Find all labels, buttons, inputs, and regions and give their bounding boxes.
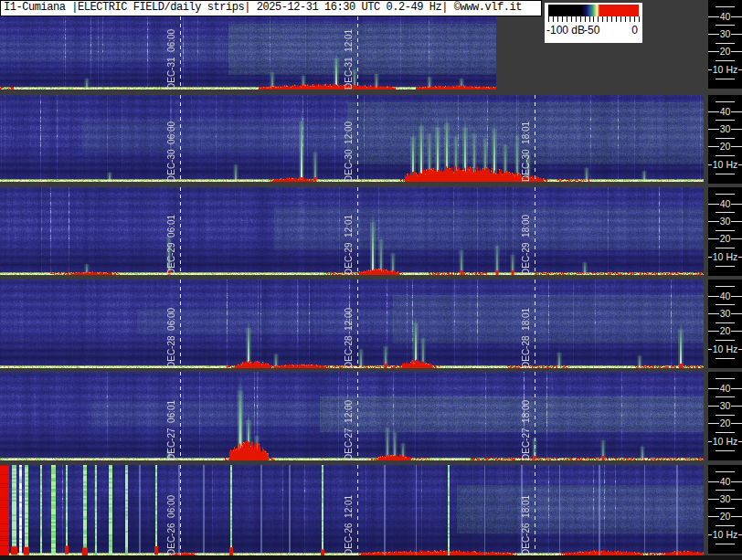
frequency-axis-dec-30: 40302010 Hz — [708, 95, 742, 184]
spectrogram-strip-dec-29: DEC-29 06:01DEC-29 12:01DEC-29 18:00 — [0, 187, 704, 275]
freq-major-tick: 10 Hz — [708, 63, 742, 76]
time-marker-line — [535, 372, 535, 460]
freq-tick-label: 20 — [719, 141, 732, 152]
time-marker-line — [180, 95, 181, 182]
freq-tick-label: 10 Hz — [712, 436, 738, 447]
freq-tick-label: 40 — [719, 106, 732, 117]
freq-minor-tick — [716, 415, 735, 416]
freq-minor-tick — [716, 340, 735, 341]
freq-tick-label: 30 — [719, 400, 732, 411]
freq-tick-label: 40 — [719, 11, 732, 22]
freq-major-tick: 10 Hz — [708, 528, 742, 541]
frequency-axis-dec-28: 40302010 Hz — [708, 280, 742, 368]
time-marker-label: DEC-30 18:01 — [521, 95, 533, 182]
freq-tick-label: 30 — [719, 493, 732, 504]
freq-major-tick: 20 — [708, 510, 742, 523]
freq-tick-label: 30 — [719, 216, 732, 227]
time-marker-label: DEC-26 12:01 — [344, 465, 355, 555]
freq-tick-label: 10 Hz — [712, 529, 738, 540]
freq-minor-tick — [716, 79, 735, 79]
freq-minor-tick — [716, 43, 735, 44]
title-bar: I1-Cumiana |ELECTRIC FIELD/daily strips|… — [0, 0, 542, 16]
freq-tick-label: 40 — [719, 198, 732, 209]
freq-minor-tick — [716, 378, 735, 379]
colorbar-label-mid: -50 — [584, 24, 599, 37]
freq-tick-label: 10 Hz — [712, 251, 738, 262]
freq-major-tick: 10 Hz — [708, 343, 742, 355]
freq-major-tick: 40 — [708, 10, 742, 23]
time-marker-line — [357, 95, 358, 182]
freq-tick-label: 10 Hz — [712, 159, 738, 170]
freq-major-tick: 20 — [708, 417, 742, 429]
freq-minor-tick — [716, 120, 735, 121]
freq-major-tick: 10 Hz — [708, 435, 742, 448]
freq-tick-label: 20 — [719, 417, 732, 428]
freq-major-tick: 30 — [708, 307, 742, 320]
freq-tick-label: 20 — [719, 46, 732, 57]
freq-tick-label: 30 — [719, 28, 732, 39]
time-marker-label: DEC-30 06:00 — [166, 95, 178, 182]
freq-major-tick: 40 — [708, 197, 742, 210]
time-marker-label: DEC-27 18:00 — [521, 372, 533, 460]
colorbar-label-min: -100 dB — [546, 24, 585, 37]
colorbar-ruler-ticks — [548, 16, 640, 22]
freq-tick-label: 30 — [719, 123, 732, 134]
freq-major-tick: 30 — [708, 399, 742, 412]
freq-minor-tick — [716, 194, 735, 195]
freq-major-tick: 20 — [708, 45, 742, 58]
time-marker-line — [180, 465, 181, 555]
time-marker-label: DEC-26 18:01 — [521, 465, 533, 555]
time-marker-line — [180, 16, 181, 90]
freq-minor-tick — [716, 248, 735, 248]
freq-tick-label: 20 — [719, 325, 732, 336]
freq-major-tick: 40 — [708, 105, 742, 118]
time-marker-line — [535, 95, 535, 182]
freq-major-tick: 40 — [708, 382, 742, 395]
time-marker-label: DEC-29 12:01 — [344, 187, 355, 275]
freq-major-tick: 30 — [708, 215, 742, 227]
freq-major-tick: 20 — [708, 324, 742, 337]
freq-minor-tick — [716, 60, 735, 61]
freq-tick-label: 20 — [719, 511, 732, 522]
freq-minor-tick — [716, 508, 735, 509]
freq-minor-tick — [716, 25, 735, 26]
freq-tick-label: 30 — [719, 308, 732, 319]
time-marker-line — [180, 372, 181, 460]
time-marker-label: DEC-27 06:01 — [166, 372, 178, 460]
colorbar-label-max: 0 — [631, 24, 638, 37]
freq-major-tick: 20 — [708, 140, 742, 153]
frequency-axis-dec-31: 40302010 Hz — [708, 0, 742, 89]
colorbar-legend: -100 dB -50 0 — [545, 3, 642, 43]
freq-minor-tick — [716, 450, 735, 451]
freq-minor-tick — [716, 138, 735, 139]
freq-minor-tick — [716, 432, 735, 433]
colorbar-labels: -100 dB -50 0 — [545, 24, 642, 40]
freq-tick-label: 10 Hz — [712, 343, 738, 354]
freq-minor-tick — [716, 286, 735, 287]
time-marker-label: DEC-28 12:00 — [344, 280, 355, 368]
spectrogram-strip-dec-28: DEC-28 06:00DEC-28 12:00DEC-28 18:01 — [0, 280, 704, 368]
spectrogram-strip-dec-31: DEC-31 06:00DEC-31 12:01 — [0, 16, 496, 90]
time-marker-label: DEC-28 06:00 — [166, 280, 178, 368]
time-marker-label: DEC-26 06:00 — [166, 465, 178, 555]
freq-minor-tick — [716, 101, 735, 102]
time-marker-line — [357, 187, 358, 275]
time-marker-line — [535, 280, 535, 368]
freq-minor-tick — [716, 396, 735, 397]
freq-minor-tick — [716, 358, 735, 359]
bottom-edge — [0, 555, 742, 560]
freq-major-tick: 40 — [708, 475, 742, 488]
time-marker-line — [535, 465, 535, 555]
freq-major-tick: 10 Hz — [708, 250, 742, 263]
freq-minor-tick — [716, 490, 735, 491]
spectrogram-strip-dec-27: DEC-27 06:01DEC-27 12:00DEC-27 18:00 — [0, 372, 704, 460]
freq-minor-tick — [716, 304, 735, 305]
freq-minor-tick — [716, 544, 735, 544]
time-marker-line — [357, 16, 358, 90]
colorbar-gradient — [548, 5, 639, 16]
freq-major-tick: 20 — [708, 232, 742, 245]
freq-minor-tick — [716, 266, 735, 267]
vlf-spectrogram-page: I1-Cumiana |ELECTRIC FIELD/daily strips|… — [0, 0, 742, 560]
spectrogram-canvas-dec-31 — [0, 16, 496, 90]
time-marker-line — [180, 280, 181, 368]
